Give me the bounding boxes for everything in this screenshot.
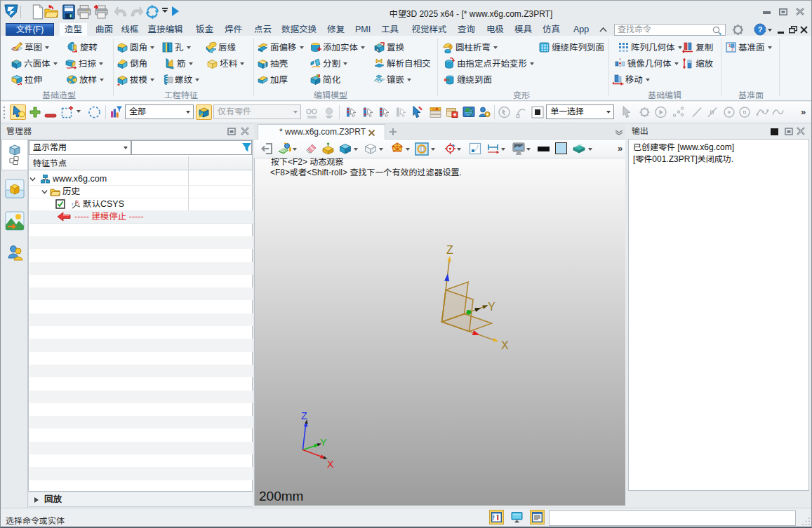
svg-text:Y: Y — [320, 437, 327, 448]
svg-text:X: X — [501, 339, 509, 351]
svg-text:z: z — [72, 202, 74, 206]
svg-text:X: X — [327, 459, 334, 470]
svg-text:Z: Z — [301, 410, 307, 421]
svg-text:?: ? — [758, 25, 763, 34]
svg-text:Z: Z — [446, 244, 453, 256]
svg-text:Y: Y — [488, 301, 495, 313]
